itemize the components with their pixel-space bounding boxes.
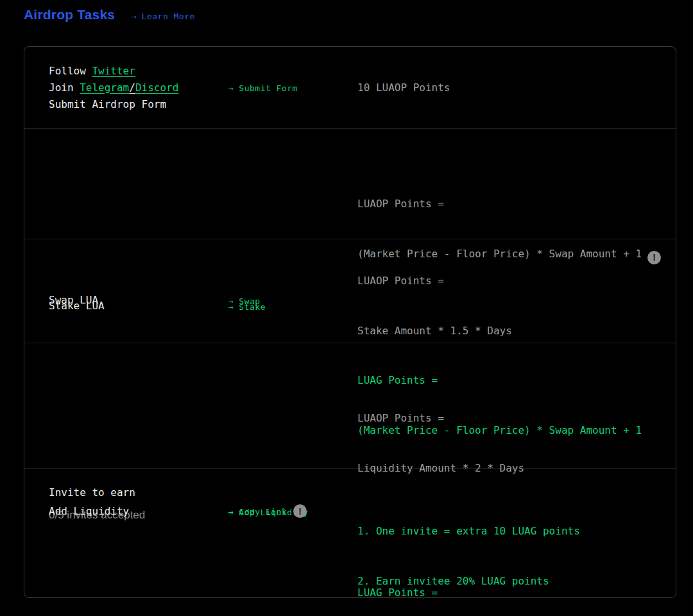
airdrop-tasks-card: Follow Twitter Join Telegram/Discord Sub…: [24, 46, 676, 598]
telegram-link[interactable]: Telegram: [80, 81, 129, 94]
arrow-right-icon: →: [228, 508, 234, 517]
task-name-liquidity: Add Liquidity: [49, 503, 228, 520]
task-line-follow: Follow Twitter: [49, 63, 228, 80]
action-cell: →Swap: [228, 295, 357, 307]
task-row-swap: Swap LUA →Swap LUAOP Points = (Market Pr…: [24, 128, 676, 239]
twitter-link[interactable]: Twitter: [92, 65, 135, 77]
arrow-right-icon: →: [228, 83, 234, 93]
luaop-points-formula: Liquidity Amount * 2 * Days: [357, 460, 663, 477]
luaop-points-title: LUAOP Points =: [357, 273, 663, 289]
task-row-liquidity: Add Liquidity →Add Liquidity LUAOP Point…: [24, 343, 676, 468]
task-line-submit-form: Submit Airdrop Form: [49, 96, 228, 113]
invite-rule-2: 2. Earn invitee 20% LUAG points: [357, 573, 663, 590]
learn-more-label: Learn More: [142, 12, 195, 21]
action-cell: →Submit Form: [228, 81, 357, 94]
submit-form-button[interactable]: →Submit Form: [228, 83, 298, 93]
arrow-right-icon: →: [228, 296, 234, 306]
luaop-points-title: LUAOP Points =: [357, 410, 663, 427]
task-line-join: Join Telegram/Discord: [49, 80, 228, 96]
task-name-social: Follow Twitter Join Telegram/Discord Sub…: [49, 63, 228, 113]
learn-more-link[interactable]: →Learn More: [132, 12, 195, 21]
swap-button[interactable]: →Swap: [228, 296, 261, 306]
page-title: Airdrop Tasks: [24, 7, 115, 22]
page-header: Airdrop Tasks →Learn More: [0, 0, 693, 30]
task-row-stake: Stake LUA →Stake LUAOP Points = Stake Am…: [24, 239, 676, 343]
luaop-points-title: LUAOP Points =: [357, 196, 663, 212]
invite-rule-1: 1. One invite = extra 10 LUAG points: [357, 523, 663, 540]
swap-label: Swap: [239, 296, 260, 306]
submit-form-label: Submit Form: [239, 83, 298, 93]
discord-link[interactable]: Discord: [135, 81, 178, 94]
task-name-swap: Swap LUA: [49, 292, 228, 309]
link-separator: /: [129, 81, 135, 94]
invite-to-earn-label: Invite to earn: [49, 484, 228, 501]
luaop-points-formula: Stake Amount * 1.5 * Days: [357, 323, 663, 339]
arrow-right-icon: →: [132, 12, 137, 21]
reward-text: 10 LUAOP Points: [357, 80, 663, 96]
invite-rules-list: 1. One invite = extra 10 LUAG points 2. …: [357, 490, 663, 616]
task-row-social: Follow Twitter Join Telegram/Discord Sub…: [24, 47, 676, 128]
